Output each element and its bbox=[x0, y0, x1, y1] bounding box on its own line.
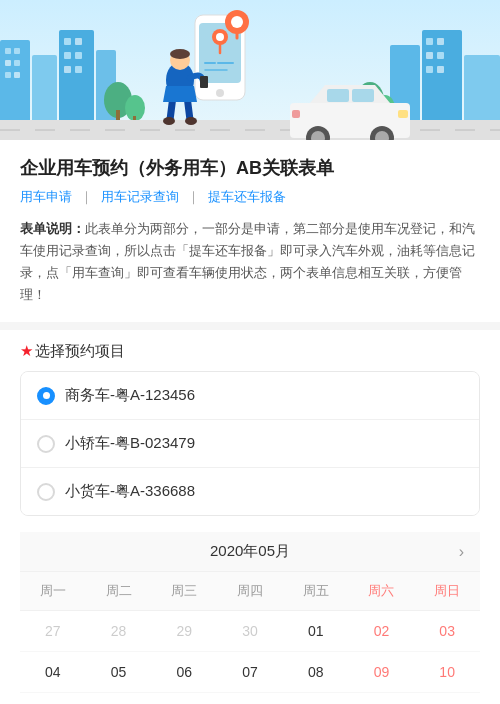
day-06[interactable]: 06 bbox=[151, 652, 217, 693]
radio-circle-1 bbox=[37, 387, 55, 405]
weekday-sat: 周六 bbox=[349, 572, 415, 610]
svg-point-55 bbox=[170, 49, 190, 59]
day-03[interactable]: 03 bbox=[414, 611, 480, 652]
radio-circle-2 bbox=[37, 435, 55, 453]
required-mark: ★ bbox=[20, 342, 33, 359]
svg-rect-14 bbox=[75, 52, 82, 59]
svg-rect-22 bbox=[426, 52, 433, 59]
day-29[interactable]: 29 bbox=[151, 611, 217, 652]
day-13[interactable]: 13 bbox=[151, 693, 217, 704]
nav-sep-2: ｜ bbox=[187, 188, 200, 206]
calendar-row-2: 11 12 13 14 15 16 17 bbox=[20, 693, 480, 704]
radio-circle-3 bbox=[37, 483, 55, 501]
day-08[interactable]: 08 bbox=[283, 652, 349, 693]
day-16[interactable]: 16 bbox=[349, 693, 415, 704]
description-label: 表单说明： bbox=[20, 221, 85, 236]
hero-banner bbox=[0, 0, 500, 140]
svg-rect-20 bbox=[426, 38, 433, 45]
svg-rect-37 bbox=[327, 89, 349, 102]
day-28[interactable]: 28 bbox=[86, 611, 152, 652]
svg-rect-11 bbox=[64, 38, 71, 45]
svg-point-60 bbox=[231, 16, 243, 28]
nav-link-return[interactable]: 提车还车报备 bbox=[208, 188, 286, 206]
day-12[interactable]: 12 bbox=[86, 693, 152, 704]
vehicle-section-label: ★选择预约项目 bbox=[20, 342, 480, 361]
svg-rect-13 bbox=[64, 52, 71, 59]
weekday-mon: 周一 bbox=[20, 572, 86, 610]
svg-rect-43 bbox=[398, 110, 408, 118]
day-10[interactable]: 10 bbox=[414, 652, 480, 693]
nav-link-apply[interactable]: 用车申请 bbox=[20, 188, 72, 206]
svg-rect-24 bbox=[426, 66, 433, 73]
weekday-tue: 周二 bbox=[86, 572, 152, 610]
calendar-title: 2020年05月 bbox=[210, 542, 290, 561]
svg-rect-25 bbox=[437, 66, 444, 73]
weekday-thu: 周四 bbox=[217, 572, 283, 610]
calendar-section: 2020年05月 › 周一 周二 周三 周四 周五 周六 周日 27 28 29… bbox=[20, 532, 480, 704]
day-30[interactable]: 30 bbox=[217, 611, 283, 652]
svg-rect-44 bbox=[292, 110, 300, 118]
weekday-fri: 周五 bbox=[283, 572, 349, 610]
calendar-next-button[interactable]: › bbox=[459, 543, 464, 561]
calendar-weekdays: 周一 周二 周三 周四 周五 周六 周日 bbox=[20, 572, 480, 611]
main-content: 企业用车预约（外务用车）AB关联表单 用车申请 ｜ 用车记录查询 ｜ 提车还车报… bbox=[0, 140, 500, 704]
calendar-row-0: 27 28 29 30 01 02 03 bbox=[20, 611, 480, 652]
weekday-wed: 周三 bbox=[151, 572, 217, 610]
day-27[interactable]: 27 bbox=[20, 611, 86, 652]
day-17[interactable]: 17 bbox=[414, 693, 480, 704]
vehicle-option-1[interactable]: 商务车-粤A-123456 bbox=[21, 372, 479, 420]
vehicle-label-1: 商务车-粤A-123456 bbox=[65, 386, 195, 405]
svg-rect-23 bbox=[437, 52, 444, 59]
page-title: 企业用车预约（外务用车）AB关联表单 bbox=[20, 156, 480, 180]
svg-rect-15 bbox=[64, 66, 71, 73]
nav-link-records[interactable]: 用车记录查询 bbox=[101, 188, 179, 206]
hero-illustration bbox=[0, 0, 500, 140]
svg-point-57 bbox=[163, 117, 175, 125]
svg-point-49 bbox=[216, 33, 224, 41]
svg-point-47 bbox=[216, 89, 224, 97]
svg-rect-7 bbox=[5, 60, 11, 66]
day-04[interactable]: 04 bbox=[20, 652, 86, 693]
day-09[interactable]: 09 bbox=[349, 652, 415, 693]
svg-rect-16 bbox=[75, 66, 82, 73]
vehicle-option-2[interactable]: 小轿车-粤B-023479 bbox=[21, 420, 479, 468]
day-02[interactable]: 02 bbox=[349, 611, 415, 652]
day-07[interactable]: 07 bbox=[217, 652, 283, 693]
calendar-row-1: 04 05 06 07 08 09 10 bbox=[20, 652, 480, 693]
day-05[interactable]: 05 bbox=[86, 652, 152, 693]
svg-rect-21 bbox=[437, 38, 444, 45]
description-box: 表单说明：此表单分为两部分，一部分是申请，第二部分是使用车况登记，和汽车使用记录… bbox=[20, 218, 480, 306]
svg-rect-8 bbox=[14, 60, 20, 66]
svg-rect-5 bbox=[5, 48, 11, 54]
day-14[interactable]: 14 bbox=[217, 693, 283, 704]
section-divider bbox=[0, 322, 500, 330]
vehicle-option-3[interactable]: 小货车-粤A-336688 bbox=[21, 468, 479, 515]
day-15[interactable]: 15 bbox=[283, 693, 349, 704]
description-text: 此表单分为两部分，一部分是申请，第二部分是使用车况登记，和汽车使用记录查询，所以… bbox=[20, 221, 475, 302]
day-11[interactable]: 11 bbox=[20, 693, 86, 704]
vehicle-label-2: 小轿车-粤B-023479 bbox=[65, 434, 195, 453]
svg-rect-12 bbox=[75, 38, 82, 45]
nav-links: 用车申请 ｜ 用车记录查询 ｜ 提车还车报备 bbox=[20, 188, 480, 206]
svg-rect-10 bbox=[14, 72, 20, 78]
day-01[interactable]: 01 bbox=[283, 611, 349, 652]
nav-sep-1: ｜ bbox=[80, 188, 93, 206]
vehicle-label-3: 小货车-粤A-336688 bbox=[65, 482, 195, 501]
svg-rect-38 bbox=[352, 89, 374, 102]
weekday-sun: 周日 bbox=[414, 572, 480, 610]
svg-rect-9 bbox=[5, 72, 11, 78]
svg-rect-6 bbox=[14, 48, 20, 54]
calendar-header: 2020年05月 › bbox=[20, 532, 480, 572]
svg-rect-56 bbox=[200, 76, 208, 88]
svg-point-58 bbox=[185, 117, 197, 125]
vehicle-radio-group: 商务车-粤A-123456 小轿车-粤B-023479 小货车-粤A-33668… bbox=[20, 371, 480, 516]
